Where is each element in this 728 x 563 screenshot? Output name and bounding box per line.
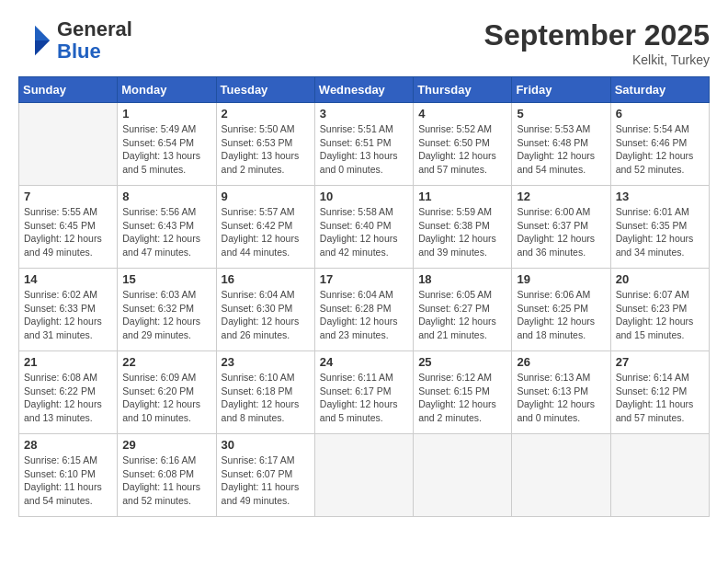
calendar-cell: 11Sunrise: 5:59 AM Sunset: 6:38 PM Dayli… <box>414 186 512 269</box>
day-info: Sunrise: 6:14 AM Sunset: 6:12 PM Dayligh… <box>616 371 704 425</box>
calendar-cell: 4Sunrise: 5:52 AM Sunset: 6:50 PM Daylig… <box>414 103 512 186</box>
calendar-cell: 25Sunrise: 6:12 AM Sunset: 6:15 PM Dayli… <box>414 351 512 434</box>
day-number: 16 <box>222 272 310 286</box>
logo-text: General Blue <box>57 18 132 63</box>
day-info: Sunrise: 5:52 AM Sunset: 6:50 PM Dayligh… <box>418 122 506 177</box>
month-title: September 2025 <box>484 18 710 52</box>
day-info: Sunrise: 6:07 AM Sunset: 6:23 PM Dayligh… <box>616 288 704 342</box>
day-info: Sunrise: 5:49 AM Sunset: 6:54 PM Dayligh… <box>122 122 210 177</box>
week-row-5: 28Sunrise: 6:15 AM Sunset: 6:10 PM Dayli… <box>19 434 710 517</box>
calendar-cell: 2Sunrise: 5:50 AM Sunset: 6:53 PM Daylig… <box>216 103 314 186</box>
day-number: 11 <box>418 190 506 203</box>
weekday-header-tuesday: Tuesday <box>216 77 314 103</box>
day-number: 4 <box>418 107 506 121</box>
svg-marker-0 <box>35 26 50 40</box>
calendar-cell <box>512 434 610 517</box>
calendar-cell <box>414 434 512 517</box>
day-info: Sunrise: 6:11 AM Sunset: 6:17 PM Dayligh… <box>320 371 408 425</box>
calendar-cell: 18Sunrise: 6:05 AM Sunset: 6:27 PM Dayli… <box>414 269 512 351</box>
day-info: Sunrise: 5:50 AM Sunset: 6:53 PM Dayligh… <box>222 122 310 177</box>
day-info: Sunrise: 5:58 AM Sunset: 6:40 PM Dayligh… <box>320 205 408 259</box>
calendar-cell <box>610 434 709 517</box>
calendar-cell: 24Sunrise: 6:11 AM Sunset: 6:17 PM Dayli… <box>314 351 413 434</box>
day-info: Sunrise: 6:10 AM Sunset: 6:18 PM Dayligh… <box>222 371 310 425</box>
day-info: Sunrise: 6:15 AM Sunset: 6:10 PM Dayligh… <box>24 454 112 508</box>
logo-blue: Blue <box>57 40 132 63</box>
calendar-cell: 19Sunrise: 6:06 AM Sunset: 6:25 PM Dayli… <box>512 269 610 351</box>
day-info: Sunrise: 6:04 AM Sunset: 6:28 PM Dayligh… <box>320 288 408 342</box>
day-info: Sunrise: 5:51 AM Sunset: 6:51 PM Dayligh… <box>320 122 408 177</box>
calendar-cell: 9Sunrise: 5:57 AM Sunset: 6:42 PM Daylig… <box>216 186 314 269</box>
weekday-header-thursday: Thursday <box>414 77 512 103</box>
week-row-3: 14Sunrise: 6:02 AM Sunset: 6:33 PM Dayli… <box>19 269 710 351</box>
calendar-header: SundayMondayTuesdayWednesdayThursdayFrid… <box>19 77 710 103</box>
day-number: 2 <box>222 107 310 121</box>
page-header: General Blue September 2025 Kelkit, Turk… <box>18 18 710 67</box>
day-number: 25 <box>418 355 506 369</box>
calendar-cell: 12Sunrise: 6:00 AM Sunset: 6:37 PM Dayli… <box>512 186 610 269</box>
location: Kelkit, Turkey <box>484 52 710 67</box>
day-info: Sunrise: 5:53 AM Sunset: 6:48 PM Dayligh… <box>517 122 605 177</box>
week-row-2: 7Sunrise: 5:55 AM Sunset: 6:45 PM Daylig… <box>19 186 710 269</box>
calendar-cell: 23Sunrise: 6:10 AM Sunset: 6:18 PM Dayli… <box>216 351 314 434</box>
day-number: 7 <box>24 190 112 203</box>
calendar-cell: 14Sunrise: 6:02 AM Sunset: 6:33 PM Dayli… <box>19 269 118 351</box>
day-number: 9 <box>222 190 310 203</box>
day-number: 24 <box>320 355 408 369</box>
week-row-4: 21Sunrise: 6:08 AM Sunset: 6:22 PM Dayli… <box>19 351 710 434</box>
calendar-cell: 3Sunrise: 5:51 AM Sunset: 6:51 PM Daylig… <box>314 103 413 186</box>
day-number: 12 <box>517 190 605 203</box>
day-number: 30 <box>222 438 310 452</box>
calendar-body: 1Sunrise: 5:49 AM Sunset: 6:54 PM Daylig… <box>19 103 710 517</box>
day-info: Sunrise: 6:09 AM Sunset: 6:20 PM Dayligh… <box>122 371 210 425</box>
day-info: Sunrise: 5:54 AM Sunset: 6:46 PM Dayligh… <box>616 122 704 177</box>
calendar-cell: 8Sunrise: 5:56 AM Sunset: 6:43 PM Daylig… <box>118 186 216 269</box>
day-info: Sunrise: 6:06 AM Sunset: 6:25 PM Dayligh… <box>517 288 605 342</box>
calendar-cell: 16Sunrise: 6:04 AM Sunset: 6:30 PM Dayli… <box>216 269 314 351</box>
calendar-cell: 29Sunrise: 6:16 AM Sunset: 6:08 PM Dayli… <box>118 434 216 517</box>
day-number: 5 <box>517 107 605 121</box>
day-number: 20 <box>616 272 704 286</box>
day-number: 23 <box>222 355 310 369</box>
title-block: September 2025 Kelkit, Turkey <box>484 18 710 67</box>
calendar-cell: 6Sunrise: 5:54 AM Sunset: 6:46 PM Daylig… <box>610 103 709 186</box>
day-number: 6 <box>616 107 704 121</box>
day-number: 29 <box>122 438 210 452</box>
day-info: Sunrise: 6:17 AM Sunset: 6:07 PM Dayligh… <box>222 454 310 508</box>
calendar-table: SundayMondayTuesdayWednesdayThursdayFrid… <box>18 76 710 517</box>
week-row-1: 1Sunrise: 5:49 AM Sunset: 6:54 PM Daylig… <box>19 103 710 186</box>
day-number: 19 <box>517 272 605 286</box>
calendar-cell: 10Sunrise: 5:58 AM Sunset: 6:40 PM Dayli… <box>314 186 413 269</box>
svg-marker-1 <box>35 40 50 55</box>
weekday-header-sunday: Sunday <box>19 77 118 103</box>
calendar-cell: 13Sunrise: 6:01 AM Sunset: 6:35 PM Dayli… <box>610 186 709 269</box>
day-number: 13 <box>616 190 704 203</box>
logo: General Blue <box>18 18 132 63</box>
day-number: 10 <box>320 190 408 203</box>
calendar-cell: 5Sunrise: 5:53 AM Sunset: 6:48 PM Daylig… <box>512 103 610 186</box>
day-number: 8 <box>122 190 210 203</box>
day-info: Sunrise: 5:57 AM Sunset: 6:42 PM Dayligh… <box>222 205 310 259</box>
calendar-cell: 28Sunrise: 6:15 AM Sunset: 6:10 PM Dayli… <box>19 434 118 517</box>
weekday-header-friday: Friday <box>512 77 610 103</box>
day-info: Sunrise: 6:16 AM Sunset: 6:08 PM Dayligh… <box>122 454 210 508</box>
calendar-cell: 21Sunrise: 6:08 AM Sunset: 6:22 PM Dayli… <box>19 351 118 434</box>
day-number: 27 <box>616 355 704 369</box>
weekday-row: SundayMondayTuesdayWednesdayThursdayFrid… <box>19 77 710 103</box>
day-number: 15 <box>122 272 210 286</box>
day-number: 17 <box>320 272 408 286</box>
day-number: 28 <box>24 438 112 452</box>
day-info: Sunrise: 6:13 AM Sunset: 6:13 PM Dayligh… <box>517 371 605 425</box>
weekday-header-wednesday: Wednesday <box>314 77 413 103</box>
day-info: Sunrise: 5:59 AM Sunset: 6:38 PM Dayligh… <box>418 205 506 259</box>
logo-general: General <box>57 18 132 40</box>
day-number: 21 <box>24 355 112 369</box>
calendar-cell: 30Sunrise: 6:17 AM Sunset: 6:07 PM Dayli… <box>216 434 314 517</box>
day-info: Sunrise: 6:05 AM Sunset: 6:27 PM Dayligh… <box>418 288 506 342</box>
calendar-cell: 1Sunrise: 5:49 AM Sunset: 6:54 PM Daylig… <box>118 103 216 186</box>
day-info: Sunrise: 6:02 AM Sunset: 6:33 PM Dayligh… <box>24 288 112 342</box>
day-info: Sunrise: 6:00 AM Sunset: 6:37 PM Dayligh… <box>517 205 605 259</box>
calendar-cell <box>19 103 118 186</box>
day-number: 18 <box>418 272 506 286</box>
calendar-cell: 7Sunrise: 5:55 AM Sunset: 6:45 PM Daylig… <box>19 186 118 269</box>
